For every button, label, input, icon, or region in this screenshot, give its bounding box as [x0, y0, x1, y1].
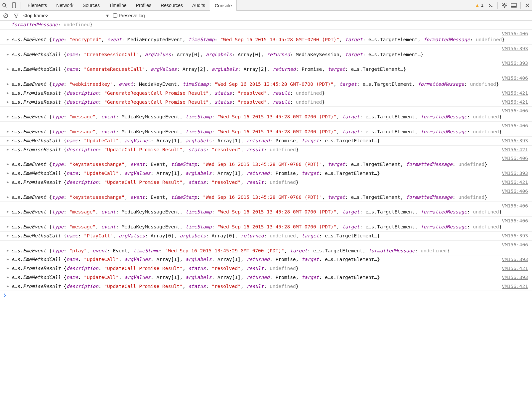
expand-icon[interactable]: ▶ — [7, 195, 9, 200]
expand-icon[interactable]: ▶ — [7, 90, 9, 96]
source-link[interactable]: VM156:421 — [502, 146, 528, 154]
expand-icon[interactable]: ▶ — [7, 52, 9, 58]
warning-icon: ▲ — [475, 2, 480, 8]
source-link[interactable]: VM156:393 — [502, 274, 528, 281]
device-mode-icon[interactable] — [9, 1, 19, 10]
source-link[interactable]: VM156:393 — [502, 137, 528, 145]
console-output[interactable]: formattedMessage: undefined}▶e…s.EmeEven… — [0, 21, 532, 291]
expand-icon[interactable]: ▶ — [7, 162, 9, 167]
tab-resources[interactable]: Resources — [156, 0, 188, 11]
expand-icon[interactable]: ▶ — [7, 224, 9, 230]
console-toolbar: <top frame> ▼ Preserve log — [0, 11, 532, 21]
preserve-log-checkbox[interactable]: Preserve log — [113, 13, 145, 18]
console-row[interactable]: ▶e…s.EmeEvent {type: "keystatuseschange"… — [0, 154, 532, 169]
tab-sources[interactable]: Sources — [78, 0, 104, 11]
expand-icon[interactable]: ▶ — [7, 209, 9, 215]
source-link[interactable]: VM156:406 — [502, 30, 528, 38]
expand-icon[interactable]: ▶ — [7, 66, 9, 72]
expand-icon[interactable]: ▶ — [7, 275, 9, 280]
warning-badge[interactable]: ▲ 1 — [475, 2, 483, 8]
preserve-log-label: Preserve log — [119, 13, 145, 18]
console-row[interactable]: ▶e…s.EmeEvent {type: "encrypted", event:… — [0, 30, 532, 45]
console-row[interactable]: ▶e…s.PromiseResult {description: "Genera… — [0, 98, 532, 107]
tab-elements[interactable]: Elements — [23, 0, 52, 11]
console-row[interactable]: ▶e…s.PromiseResult {description: "Update… — [0, 282, 532, 291]
source-link[interactable]: VM156:421 — [502, 265, 528, 272]
source-link[interactable]: VM156:406 — [502, 122, 528, 130]
source-link[interactable]: VM156:393 — [502, 170, 528, 177]
frame-selector-value: <top frame> — [23, 13, 49, 18]
svg-point-0 — [3, 3, 6, 6]
tab-timeline[interactable]: Timeline — [104, 0, 131, 11]
source-link[interactable]: VM156:421 — [502, 283, 528, 290]
console-row[interactable]: ▶e…s.EmeEvent {type: "play", event: Even… — [0, 241, 532, 256]
source-link[interactable]: VM156:406 — [502, 217, 528, 225]
clear-console-icon[interactable] — [2, 12, 9, 19]
expand-icon[interactable]: ▶ — [7, 171, 9, 176]
source-link[interactable]: VM156:406 — [502, 75, 528, 82]
console-row[interactable]: ▶e…s.PromiseResult {description: "Update… — [0, 178, 532, 187]
expand-icon[interactable]: ▶ — [7, 147, 9, 153]
console-row[interactable]: ▶e…s.EmeEvent {type: "message", event: M… — [0, 107, 532, 122]
svg-line-13 — [506, 3, 506, 4]
source-link[interactable]: VM156:406 — [502, 188, 528, 195]
console-row[interactable]: ▶e…s.EmeMethodCall {name: "PlayCall", ar… — [0, 232, 532, 241]
source-link[interactable]: VM156:393 — [502, 232, 528, 240]
svg-line-10 — [502, 3, 503, 4]
console-row[interactable]: ▶e…s.EmeMethodCall {name: "CreateSession… — [0, 45, 532, 60]
console-row[interactable]: ▶e…s.EmeMethodCall {name: "UpdateCall", … — [0, 169, 532, 178]
separator — [520, 2, 521, 9]
source-link[interactable]: VM156:421 — [502, 179, 528, 186]
source-link[interactable]: VM156:406 — [502, 155, 528, 162]
expand-icon[interactable]: ▶ — [7, 233, 9, 239]
expand-icon[interactable]: ▶ — [7, 284, 9, 289]
console-row[interactable]: ▶e…s.EmeEvent {type: "keystatuseschange"… — [0, 187, 532, 202]
console-row[interactable]: ▶e…s.PromiseResult {description: "Update… — [0, 264, 532, 273]
console-row[interactable]: ▶e…s.EmeEvent {type: "webkitneedkey", ev… — [0, 74, 532, 89]
tab-network[interactable]: Network — [52, 0, 78, 11]
expand-icon[interactable]: ▶ — [7, 266, 9, 271]
gear-icon[interactable] — [500, 1, 509, 10]
source-link[interactable]: VM156:406 — [502, 202, 528, 210]
source-link[interactable]: VM156:421 — [502, 90, 528, 97]
console-row[interactable]: ▶e…s.EmeMethodCall {name: "UpdateCall", … — [0, 137, 532, 146]
expand-icon[interactable]: ▶ — [7, 129, 9, 135]
preserve-log-input[interactable] — [113, 13, 117, 18]
frame-selector[interactable]: <top frame> ▼ — [23, 13, 110, 18]
source-link[interactable]: VM156:393 — [502, 60, 528, 67]
console-row[interactable]: ▶e…s.EmeMethodCall {name: "UpdateCall", … — [0, 273, 532, 282]
tab-audits[interactable]: Audits — [188, 0, 210, 11]
console-row[interactable]: ▶e…s.EmeEvent {type: "message", event: M… — [0, 202, 532, 217]
console-row[interactable]: ▶e…s.EmeEvent {type: "message", event: M… — [0, 122, 532, 137]
console-row[interactable]: ▶e…s.PromiseResult {description: "Genera… — [0, 89, 532, 98]
dock-icon[interactable] — [509, 1, 518, 10]
svg-line-19 — [4, 14, 7, 17]
close-icon[interactable] — [523, 1, 532, 10]
console-row[interactable]: ▶e…s.PromiseResult {description: "Update… — [0, 146, 532, 155]
console-row[interactable]: ▶e…s.EmeMethodCall {name: "GenerateReque… — [0, 59, 532, 74]
expand-icon[interactable]: ▶ — [7, 114, 9, 120]
expand-icon[interactable]: ▶ — [7, 37, 9, 43]
tab-console[interactable]: Console — [210, 0, 237, 11]
expand-icon[interactable]: ▶ — [7, 257, 9, 262]
svg-line-12 — [502, 6, 503, 7]
expand-icon[interactable]: ▶ — [7, 248, 9, 254]
source-link[interactable]: VM156:406 — [502, 107, 528, 115]
expand-icon[interactable]: ▶ — [7, 81, 9, 87]
console-row[interactable]: ▶e…s.EmeEvent {type: "message", event: M… — [0, 217, 532, 232]
source-link[interactable]: VM156:406 — [502, 241, 528, 249]
expand-icon[interactable]: ▶ — [7, 138, 9, 144]
filter-icon[interactable] — [13, 12, 20, 19]
console-row[interactable]: formattedMessage: undefined} — [0, 21, 532, 30]
tab-profiles[interactable]: Profiles — [131, 0, 156, 11]
source-link[interactable]: VM156:393 — [502, 45, 528, 53]
source-link[interactable]: VM156:393 — [502, 256, 528, 263]
console-prompt[interactable]: ❯ — [0, 291, 532, 300]
expand-icon[interactable]: ▶ — [7, 99, 9, 105]
warning-count: 1 — [481, 3, 483, 8]
console-prompt-icon[interactable] — [486, 1, 495, 10]
search-icon[interactable] — [0, 1, 9, 10]
console-row[interactable]: ▶e…s.EmeMethodCall {name: "UpdateCall", … — [0, 255, 532, 264]
expand-icon[interactable]: ▶ — [7, 180, 9, 185]
source-link[interactable]: VM156:421 — [502, 99, 528, 106]
